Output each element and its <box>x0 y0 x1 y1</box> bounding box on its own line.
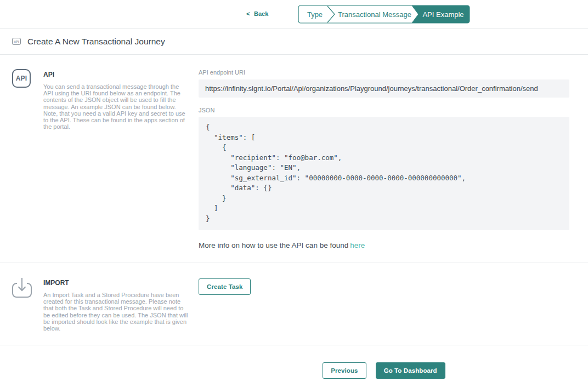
import-download-icon <box>11 276 33 299</box>
create-task-button[interactable]: Create Task <box>199 278 251 295</box>
page-title: Create A New Transactional Journey <box>27 37 165 47</box>
wizard-stepper: Type Transactional Message API Example <box>298 5 470 24</box>
back-label: Back <box>254 10 268 17</box>
top-navigation-bar: < Back Type Transactional Message API Ex… <box>0 0 588 29</box>
back-link[interactable]: < Back <box>246 10 268 18</box>
more-info-text: More info on how to use the API can be f… <box>199 241 569 249</box>
footer: Previous Go To Dashboard <box>0 345 588 379</box>
api-section-right-column: API endpoint URI https://infinity.slgnt.… <box>199 69 569 249</box>
chevron-left-icon: < <box>246 10 250 18</box>
api-icon: API <box>12 69 31 88</box>
import-section-left-column: IMPORT An Import Task and a Stored Proce… <box>12 277 189 332</box>
import-section-right-column: Create Task <box>199 277 569 332</box>
stepper-graphic: Type Transactional Message API Example <box>298 5 470 24</box>
json-example-code: { "items": [ { "recipient": "foo@bar.com… <box>199 117 569 230</box>
more-info-link[interactable]: here <box>350 241 365 249</box>
api-section-left-column: API API You can send a transactional mes… <box>12 69 189 249</box>
step-api-example[interactable]: API Example <box>422 10 463 19</box>
previous-button[interactable]: Previous <box>323 362 366 379</box>
import-section: IMPORT An Import Task and a Stored Proce… <box>0 263 588 345</box>
step-type[interactable]: Type <box>307 10 323 19</box>
api-mini-icon: API <box>12 38 21 45</box>
endpoint-uri-value: https://infinity.slgnt.io/Portal/Api/org… <box>199 79 569 98</box>
step-transactional-message[interactable]: Transactional Message <box>338 10 411 19</box>
api-section-description: You can send a transactional message thr… <box>43 83 189 130</box>
api-section-heading: API <box>43 71 189 78</box>
import-section-description: An Import Task and a Stored Procedure ha… <box>43 292 189 332</box>
page: < Back Type Transactional Message API Ex… <box>0 0 588 387</box>
endpoint-uri-label: API endpoint URI <box>199 69 569 76</box>
api-section: API API You can send a transactional mes… <box>0 55 588 263</box>
go-to-dashboard-button[interactable]: Go To Dashboard <box>376 362 445 379</box>
more-info-sentence: More info on how to use the API can be f… <box>199 241 348 249</box>
import-section-heading: IMPORT <box>43 279 189 287</box>
json-label: JSON <box>199 107 569 113</box>
page-header: API Create A New Transactional Journey <box>0 29 588 55</box>
